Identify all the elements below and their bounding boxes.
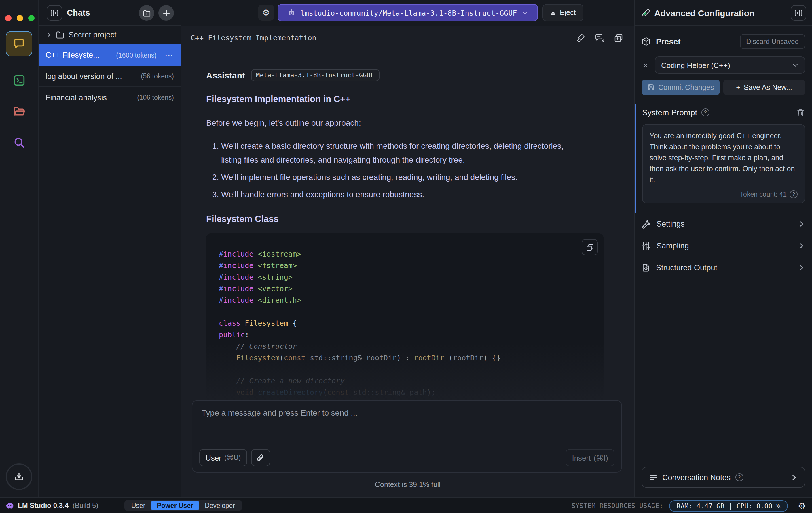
chevron-right-icon — [790, 474, 798, 481]
markdown-numbered-list: We'll create a basic directory structure… — [206, 139, 586, 201]
preset-row: Preset Discard Unsaved — [641, 33, 805, 49]
role-toggle-button[interactable]: User (⌘U) — [199, 449, 247, 466]
role-toggle-label: User — [206, 453, 222, 462]
settings-gear-icon[interactable]: ⚙ — [798, 498, 806, 513]
duplicate-chat-icon[interactable] — [613, 33, 624, 43]
chevron-down-icon — [521, 9, 528, 16]
section-label: Structured Output — [656, 263, 717, 272]
help-icon[interactable]: ? — [701, 108, 709, 116]
section-structured-output[interactable]: Structured Output — [635, 256, 812, 278]
copy-icon — [585, 243, 594, 251]
chat-list-item[interactable]: Financial analysis (106 tokens) — [38, 87, 181, 108]
mode-user[interactable]: User — [125, 501, 151, 510]
sidebar-actions — [139, 5, 174, 21]
zoom-window-button[interactable] — [28, 15, 34, 21]
help-icon[interactable]: ? — [789, 190, 798, 198]
insert-label: Insert — [572, 453, 590, 462]
sidebar-folder-secret-project[interactable]: Secret project — [38, 26, 181, 45]
chat-item-token-count: (56 tokens) — [141, 73, 174, 80]
chat-bubble-icon — [13, 37, 25, 50]
insert-message-button[interactable]: Insert (⌘I) — [566, 449, 614, 466]
user-mode-switcher: User Power User Developer — [124, 500, 242, 511]
new-chat-button[interactable] — [158, 5, 174, 21]
conversation-notes-button[interactable]: Conversation Notes ? — [641, 467, 805, 488]
clear-conversation-icon[interactable] — [594, 33, 605, 43]
clear-preset-button[interactable]: × — [641, 60, 649, 70]
attach-file-button[interactable] — [251, 449, 270, 466]
chevron-right-icon — [798, 220, 805, 228]
conversation-notes-label: Conversation Notes — [662, 473, 730, 482]
chevron-right-icon — [798, 242, 805, 250]
system-prompt-text: You are an incredibly good C++ engineer.… — [649, 131, 798, 186]
chat-list-item[interactable]: log about version of ... (56 tokens) — [38, 66, 181, 87]
list-item: We'll create a basic directory structure… — [221, 139, 586, 167]
wrench-icon — [641, 219, 651, 228]
section-settings[interactable]: Settings — [635, 213, 812, 235]
eject-icon — [550, 9, 556, 16]
copy-code-button[interactable] — [582, 239, 598, 255]
clean-formatting-icon[interactable] — [576, 33, 586, 43]
section-sampling[interactable]: Sampling — [635, 235, 812, 256]
section-label: Settings — [657, 220, 685, 228]
ram-usage: RAM: 4.47 GB — [677, 502, 724, 510]
commit-changes-button[interactable]: Commit Changes — [641, 80, 720, 95]
new-folder-button[interactable] — [139, 5, 154, 21]
assistant-message: Assistant Meta-Llama-3.1-8B-Instruct-GGU… — [206, 69, 586, 409]
chevron-right-icon — [46, 32, 52, 38]
chat-item-menu-icon[interactable]: ⋯ — [165, 52, 174, 58]
nav-discover-button[interactable] — [6, 130, 32, 155]
mode-power-user[interactable]: Power User — [151, 501, 199, 510]
commit-changes-label: Commit Changes — [658, 83, 714, 91]
collapse-sidebar-button[interactable] — [47, 5, 62, 21]
test-tube-icon — [641, 8, 651, 18]
discard-unsaved-label: Discard Unsaved — [746, 37, 799, 45]
model-settings-gear-button[interactable]: ⚙ — [258, 5, 274, 21]
nav-developer-button[interactable] — [6, 68, 32, 93]
icon-rail — [0, 0, 38, 497]
downloads-button[interactable] — [6, 463, 32, 490]
chat-list-item-selected[interactable]: C++ Filesyste... (1600 tokens) ⋯ — [38, 45, 181, 66]
trash-icon[interactable] — [796, 108, 805, 117]
preset-selector-row: × Coding Helper (C++) — [641, 56, 805, 74]
save-as-new-button[interactable]: + Save As New... — [723, 80, 805, 95]
collapse-panel-button[interactable] — [791, 5, 806, 21]
cpu-usage: CPU: 0.00 % — [736, 502, 780, 510]
mode-developer[interactable]: Developer — [199, 501, 241, 510]
chat-item-title: log about version of ... — [46, 72, 122, 80]
app-version-label: LM Studio 0.3.4 — [18, 502, 68, 510]
window-controls — [5, 15, 34, 21]
loaded-model-selector[interactable]: lmstudio-community/Meta-Llama-3.1-8B-Ins… — [278, 4, 538, 21]
help-icon[interactable]: ? — [735, 473, 743, 481]
nav-chat-button[interactable] — [6, 31, 32, 56]
preset-buttons-row: Commit Changes + Save As New... — [641, 80, 805, 95]
system-prompt-editor[interactable]: You are an incredibly good C++ engineer.… — [642, 124, 805, 204]
advanced-config-panel: Advanced Configuration Preset Discard Un… — [634, 0, 812, 497]
context-usage-note: Context is 39.1% full — [181, 481, 634, 489]
minimize-window-button[interactable] — [17, 15, 23, 21]
model-toolbar: ⚙ lmstudio-community/Meta-Llama-3.1-8B-I… — [181, 0, 634, 26]
message-input[interactable] — [192, 401, 621, 437]
panel-body: Preset Discard Unsaved × Coding Helper (… — [635, 33, 812, 278]
list-item: We'll handle errors and exceptions to en… — [221, 187, 586, 201]
token-count-label: Token count: 41 — [740, 191, 787, 198]
save-as-new-label: Save As New... — [744, 83, 792, 91]
robot-icon — [288, 9, 296, 17]
panel-left-icon — [50, 9, 59, 17]
close-window-button[interactable] — [5, 15, 11, 21]
chat-item-token-count: (106 tokens) — [137, 94, 174, 101]
eject-label: Eject — [560, 9, 576, 17]
discard-unsaved-button[interactable]: Discard Unsaved — [740, 34, 805, 49]
nav-my-models-button[interactable] — [6, 99, 32, 124]
app-build-label: (Build 5) — [72, 502, 98, 510]
terminal-icon — [12, 74, 26, 87]
preset-dropdown[interactable]: Coding Helper (C++) — [655, 56, 805, 74]
separator: | — [728, 502, 732, 510]
system-prompt-section: System Prompt ? You are an incredibly go… — [635, 104, 812, 213]
role-toggle-shortcut: (⌘U) — [224, 454, 241, 462]
resources-usage-pill[interactable]: RAM: 4.47 GB | CPU: 0.00 % — [669, 500, 788, 512]
plus-icon — [162, 9, 170, 17]
eject-model-button[interactable]: Eject — [543, 4, 583, 21]
chat-header-actions — [576, 33, 624, 43]
lmstudio-robot-icon — [6, 502, 14, 510]
markdown-paragraph: Before we begin, let's outline our appro… — [206, 118, 586, 127]
